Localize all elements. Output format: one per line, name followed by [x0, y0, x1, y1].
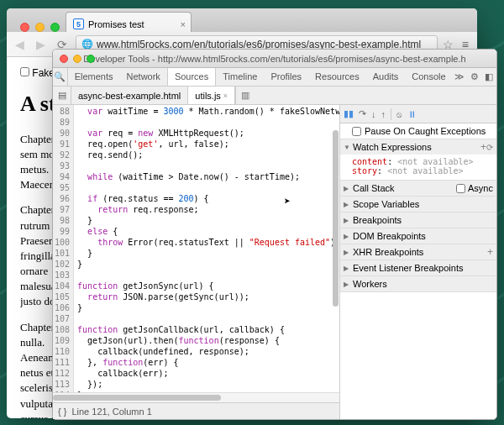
file-tab-label: utils.js [195, 91, 221, 101]
status-bar: { } Line 121, Column 1 [53, 402, 339, 419]
tab-close-icon[interactable]: × [181, 19, 186, 29]
disclosure-icon: ▶ [344, 185, 350, 192]
section-label: Workers [353, 279, 493, 289]
pause-caught-label: Pause On Caught Exceptions [365, 126, 486, 136]
debugger-controls: ▮▮ ↷ ↓ ↑ ⍉ ⏸ [340, 105, 496, 123]
dom-breakpoints-header[interactable]: ▶DOM Breakpoints [340, 228, 496, 244]
tab-sources[interactable]: Sources [167, 68, 216, 86]
xhr-breakpoints-header[interactable]: ▶XHR Breakpoints+ [340, 244, 496, 260]
scrollbar-thumb[interactable] [53, 395, 221, 401]
disclosure-icon: ▼ [344, 144, 350, 151]
add-icon[interactable]: + [480, 141, 486, 153]
scrollbar-thumb[interactable] [333, 130, 339, 307]
step-out-icon[interactable]: ↑ [381, 109, 386, 119]
file-close-icon[interactable]: × [223, 92, 228, 100]
window-controls [60, 55, 95, 63]
horizontal-scrollbar[interactable] [53, 392, 339, 402]
tab-console[interactable]: Console [405, 68, 452, 86]
pause-on-caught[interactable]: Pause On Caught Exceptions [340, 123, 496, 139]
file-tab-label: async-best-example.html [78, 91, 181, 101]
step-over-icon[interactable]: ↷ [359, 108, 366, 119]
tab-strip: 5 Promises test × [7, 8, 477, 32]
tab-resources[interactable]: Resources [308, 68, 366, 86]
settings-icon[interactable]: ⚙ [467, 68, 481, 86]
tab-elements[interactable]: Elements [68, 68, 120, 86]
code-editor[interactable]: 8889909192939495969798991001011021031041… [53, 105, 339, 392]
back-icon[interactable]: ◀ [12, 36, 28, 53]
tab-timeline[interactable]: Timeline [216, 68, 264, 86]
forward-icon[interactable]: ▶ [33, 36, 49, 53]
pause-exceptions-icon[interactable]: ⏸ [407, 109, 417, 119]
event-listener-breakpoints-header[interactable]: ▶Event Listener Breakpoints [340, 260, 496, 275]
breakpoints-header[interactable]: ▶Breakpoints [340, 212, 496, 228]
devtools-window: Developer Tools - http://www.html5rocks.… [52, 49, 497, 420]
braces-icon[interactable]: { } [58, 407, 66, 417]
add-icon[interactable]: + [487, 246, 493, 258]
pause-icon[interactable]: ▮▮ [344, 108, 354, 119]
devtools-title: Developer Tools - http://www.html5rocks.… [83, 54, 465, 64]
line-gutter: 8889909192939495969798991001011021031041… [53, 105, 74, 392]
tab-title: Promises test [88, 19, 144, 29]
tab-network[interactable]: Network [120, 68, 167, 86]
deactivate-breakpoints-icon[interactable]: ⍉ [396, 109, 402, 119]
watch-item[interactable]: content: <not available> [352, 157, 491, 166]
call-stack-header[interactable]: ▶Call StackAsync [340, 181, 496, 196]
sources-toolbar: ▤ async-best-example.html utils.js× ▥ [53, 87, 496, 105]
scope-variables-header[interactable]: ▶Scope Variables [340, 197, 496, 212]
disclosure-icon: ▶ [344, 249, 350, 256]
watch-content: content: <not available> story: <not ava… [340, 155, 496, 180]
devtools-titlebar[interactable]: Developer Tools - http://www.html5rocks.… [53, 50, 496, 68]
mouse-cursor-icon: ➤ [284, 196, 291, 207]
dock-icon[interactable]: ◧ [482, 68, 496, 86]
navigator-icon[interactable]: ▤ [53, 87, 71, 104]
cursor-position: Line 121, Column 1 [71, 407, 151, 417]
debugger-sidebar: ▮▮ ↷ ↓ ↑ ⍉ ⏸ Pause On Caught Exceptions … [340, 105, 496, 419]
pause-caught-checkbox[interactable] [352, 127, 361, 136]
watch-expressions-header[interactable]: ▼ Watch Expressions + ⟳ [340, 139, 496, 155]
file-tab[interactable]: async-best-example.html [71, 87, 188, 104]
file-tab[interactable]: utils.js× [188, 87, 235, 104]
zoom-icon[interactable] [50, 23, 60, 32]
section-label: Watch Expressions [353, 142, 479, 152]
close-icon[interactable] [20, 23, 29, 32]
minimize-icon[interactable] [73, 55, 81, 63]
disclosure-icon: ▶ [344, 201, 350, 208]
section-label: Call Stack [353, 183, 456, 193]
disclosure-icon: ▶ [344, 217, 350, 224]
tab-audits[interactable]: Audits [366, 68, 406, 86]
section-label: Scope Variables [353, 199, 493, 209]
section-label: XHR Breakpoints [353, 247, 486, 257]
close-icon[interactable] [60, 55, 68, 63]
disclosure-icon: ▶ [344, 265, 350, 272]
zoom-icon[interactable] [87, 55, 95, 63]
browser-tab[interactable]: 5 Promises test × [66, 12, 192, 32]
window-controls [20, 23, 60, 32]
disclosure-icon: ▶ [344, 233, 350, 240]
section-label: Breakpoints [353, 215, 493, 225]
minimize-icon[interactable] [35, 23, 45, 32]
workers-header[interactable]: ▶Workers [340, 276, 496, 291]
fake-delay-checkbox[interactable] [20, 67, 29, 76]
step-into-icon[interactable]: ↓ [371, 109, 376, 119]
section-label: Event Listener Breakpoints [353, 263, 493, 273]
watch-item[interactable]: story: <not available> [352, 166, 491, 176]
tab-profiles[interactable]: Profiles [264, 68, 308, 86]
favicon-icon: 5 [73, 18, 84, 29]
devtools-panels: 🔍 Elements Network Sources Timeline Prof… [53, 68, 496, 87]
async-label: Async [468, 183, 493, 193]
code-content[interactable]: var waitTime = 3000 * Math.random() * fa… [74, 105, 339, 392]
drawer-icon[interactable]: ≫ [453, 68, 467, 86]
source-pane: 8889909192939495969798991001011021031041… [53, 105, 340, 419]
refresh-icon[interactable]: ⟳ [486, 143, 493, 152]
async-checkbox[interactable] [456, 184, 465, 193]
section-label: DOM Breakpoints [353, 231, 493, 241]
inspect-icon[interactable]: 🔍 [53, 68, 68, 86]
sidebar-toggle-icon[interactable]: ▥ [235, 87, 254, 104]
disclosure-icon: ▶ [344, 281, 350, 288]
